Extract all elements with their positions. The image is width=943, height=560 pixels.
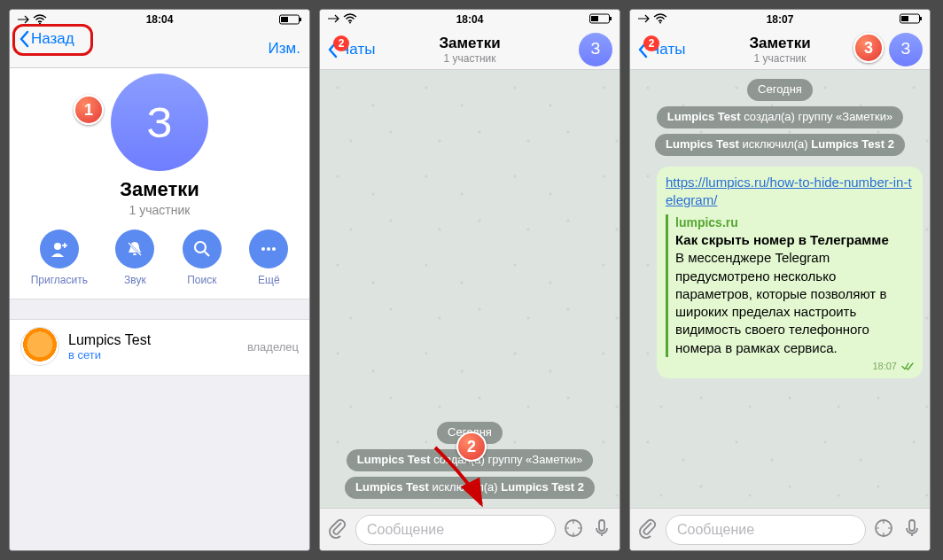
chat-title: Заметки — [439, 35, 500, 52]
group-avatar[interactable]: З — [111, 74, 208, 171]
message-bubble[interactable]: https://lumpics.ru/how-to-hide-number-in… — [657, 167, 923, 378]
message-input[interactable]: Сообщение — [666, 515, 866, 545]
add-user-icon — [40, 229, 79, 268]
invite-label: Пригласить — [31, 274, 88, 286]
battery-icon — [589, 13, 612, 27]
back-label: Назад — [31, 30, 74, 48]
airplane-icon — [327, 13, 339, 27]
message-placeholder: Сообщение — [677, 522, 754, 538]
unread-badge: 2 — [333, 35, 349, 51]
empty-area — [10, 376, 309, 550]
chat-title-block[interactable]: Заметки 1 участник — [439, 35, 500, 65]
chat-avatar[interactable]: З — [579, 33, 612, 66]
sys-date: Сегодня — [747, 79, 813, 101]
battery-icon — [900, 13, 923, 27]
sys-msg-excluded: Lumpics Test исключил(а) Lumpics Test 2 — [345, 477, 595, 499]
wifi-icon — [653, 13, 667, 27]
group-title: Заметки — [10, 178, 309, 201]
airplane-icon — [637, 13, 650, 27]
chat-title-block[interactable]: Заметки 1 участник — [749, 35, 810, 65]
edit-button[interactable]: Изм. — [269, 40, 300, 58]
panel-chat-message: 18:07 Чаты 2 Заметки 1 участник 3 З Сего… — [629, 9, 931, 551]
chat-avatar[interactable]: З — [889, 33, 923, 66]
member-role: владелец — [247, 340, 299, 354]
svg-rect-19 — [591, 16, 598, 21]
bell-mute-icon — [115, 229, 154, 268]
unread-badge: 2 — [643, 35, 659, 51]
svg-rect-7 — [62, 245, 67, 246]
mic-icon[interactable] — [901, 517, 923, 542]
member-status: в сети — [68, 348, 238, 362]
message-input[interactable]: Сообщение — [355, 515, 556, 545]
svg-point-16 — [349, 21, 351, 23]
section-separator — [10, 299, 309, 320]
group-subtitle: 1 участник — [10, 203, 309, 217]
svg-rect-3 — [281, 17, 288, 22]
step-marker-3: 3 — [853, 33, 884, 63]
chat-body[interactable]: Сегодня Lumpics Test создал(а) группу «З… — [630, 70, 930, 508]
airplane-icon — [17, 14, 29, 25]
panel-profile: 18:04 Назад Изм. З 1 Заметки 1 участник … — [9, 9, 310, 551]
action-row: Пригласить Звук Поиск Ещё — [10, 229, 309, 299]
preview-desc: В мессенджере Telegram предусмотрено нес… — [675, 249, 914, 357]
status-time: 18:07 — [767, 13, 794, 26]
search-button[interactable]: Поиск — [183, 229, 222, 286]
battery-icon — [279, 14, 302, 25]
wifi-icon — [33, 14, 47, 25]
svg-rect-24 — [920, 17, 922, 20]
member-row[interactable]: Lumpics Test в сети владелец — [10, 320, 309, 376]
mic-icon[interactable] — [591, 517, 612, 542]
svg-point-22 — [659, 21, 661, 23]
svg-rect-2 — [300, 18, 301, 21]
member-name: Lumpics Test — [68, 332, 238, 348]
search-label: Поиск — [187, 274, 216, 286]
attach-icon[interactable] — [637, 517, 659, 542]
chat-header: Чаты 2 Заметки 1 участник 3 З — [630, 29, 930, 70]
svg-rect-25 — [901, 16, 908, 21]
svg-point-15 — [272, 247, 276, 251]
input-bar: Сообщение — [630, 508, 930, 550]
svg-point-4 — [54, 243, 61, 250]
sys-msg-excluded: Lumpics Test исключил(а) Lumpics Test 2 — [655, 134, 905, 156]
back-chats-button[interactable]: Чаты 2 — [637, 41, 685, 58]
svg-rect-18 — [610, 17, 612, 20]
link-preview[interactable]: lumpics.ru Как скрыть номер в Телеграмме… — [666, 214, 914, 357]
chat-subtitle: 1 участник — [749, 52, 810, 65]
read-checks-icon — [901, 362, 914, 370]
wifi-icon — [343, 13, 357, 27]
panel-chat-empty: 18:04 Чаты 2 Заметки 1 участник З Сегодн… — [319, 9, 620, 551]
step-marker-2: 2 — [456, 432, 487, 462]
message-link[interactable]: https://lumpics.ru/how-to-hide-number-in… — [666, 175, 912, 207]
sound-button[interactable]: Звук — [115, 229, 154, 286]
svg-point-13 — [261, 247, 265, 251]
svg-point-11 — [195, 242, 206, 253]
chat-subtitle: 1 участник — [439, 52, 500, 65]
svg-rect-27 — [909, 520, 915, 531]
member-avatar — [20, 327, 59, 366]
more-label: Ещё — [258, 274, 280, 286]
chat-body[interactable]: Сегодня Lumpics Test создал(а) группу «З… — [320, 70, 620, 508]
svg-point-14 — [267, 247, 270, 251]
chat-header: Чаты 2 Заметки 1 участник З — [320, 29, 620, 70]
nav-bar: Назад Изм. — [10, 29, 309, 68]
status-time: 18:04 — [456, 13, 484, 26]
status-time: 18:04 — [146, 13, 174, 26]
invite-button[interactable]: Пригласить — [31, 229, 88, 286]
more-button[interactable]: Ещё — [249, 229, 288, 286]
sticker-icon[interactable] — [873, 517, 894, 542]
back-button[interactable]: Назад — [19, 30, 74, 48]
back-chats-button[interactable]: Чаты 2 — [327, 41, 375, 58]
svg-point-0 — [39, 23, 41, 25]
message-placeholder: Сообщение — [367, 522, 444, 538]
status-bar: 18:04 — [10, 10, 309, 29]
sound-label: Звук — [124, 274, 146, 286]
sys-msg-created: Lumpics Test создал(а) группу «Заметки» — [657, 106, 903, 128]
input-bar: Сообщение — [320, 508, 620, 550]
status-bar: 18:04 — [320, 10, 620, 29]
chat-title: Заметки — [749, 35, 810, 52]
attach-icon[interactable] — [327, 517, 348, 542]
highlight-back: Назад — [12, 24, 93, 56]
sticker-icon[interactable] — [563, 517, 584, 542]
svg-rect-8 — [133, 253, 136, 255]
step-marker-1: 1 — [74, 95, 104, 125]
